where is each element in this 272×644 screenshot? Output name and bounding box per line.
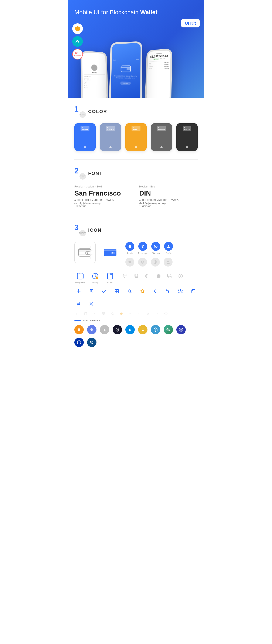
font-section-header: 2 TWO FONT: [74, 168, 198, 179]
icon-section: 3 THREE ICON: [68, 216, 204, 356]
icon-solid-wallet: [100, 242, 121, 263]
svg-rect-57: [115, 290, 117, 291]
svg-point-23: [168, 245, 169, 246]
icon-grid-inactive: [101, 311, 106, 316]
svg-rect-76: [104, 314, 105, 315]
phone-center: 9:41 ●●● Character may be rendered in th…: [109, 41, 142, 98]
svg-text:Z: Z: [142, 328, 144, 331]
crypto-icons-row: ₿ Ł D: [74, 325, 198, 347]
icon-x-inactive: ✕: [146, 311, 150, 316]
nav-icons-active-row: Assets Exchange: [126, 242, 173, 254]
svg-point-18: [112, 252, 114, 254]
color-section: 1 ONE COLOR #3574FA #8DA0C8 #F5A623 #666…: [68, 98, 204, 160]
nav-exchange-inactive: [138, 258, 147, 266]
font-san-francisco: Regular · Medium · Bold San Francisco AB…: [74, 185, 133, 208]
svg-marker-96: [77, 340, 81, 344]
icon-moon: [143, 272, 152, 280]
nav-assets: Assets: [126, 242, 134, 254]
font-section: 2 TWO FONT Regular · Medium · Bold San F…: [68, 160, 204, 216]
tool-icons-inactive: + ✓ < ↔: [74, 311, 198, 316]
section-number-3: 3 THREE: [74, 225, 85, 236]
svg-rect-60: [117, 292, 118, 293]
app-icons-row: Mangment History: [74, 272, 198, 284]
section-number-2: 2 TWO: [74, 168, 85, 179]
icon-layers: [132, 272, 141, 280]
section-number-1: 1 ONE: [74, 106, 85, 117]
nav-exchange: Exchange: [138, 242, 148, 254]
svg-point-22: [155, 246, 156, 247]
phone-right: myWallet $6,297,502.12 ▲1.24% +$32,123 B…: [145, 48, 172, 98]
svg-marker-19: [128, 245, 131, 248]
svg-point-66: [180, 290, 181, 292]
icon-plus: [74, 287, 83, 296]
phone-left: Profile Management Message Red Collect N…: [80, 51, 108, 98]
photoshop-badge: Ps: [72, 36, 83, 47]
icon-chat: [121, 272, 130, 280]
icon-info: [176, 272, 185, 280]
icon-search-inactive: [110, 311, 115, 316]
svg-marker-90: [155, 328, 156, 331]
svg-point-44: [134, 274, 138, 276]
svg-rect-5: [127, 68, 130, 70]
font-grid: Regular · Medium · Bold San Francisco AB…: [74, 185, 198, 208]
svg-text:D: D: [129, 328, 131, 331]
svg-point-20: [142, 246, 143, 247]
icon-search: [126, 287, 134, 296]
svg-marker-24: [128, 260, 131, 263]
svg-rect-41: [110, 274, 112, 274]
svg-rect-29: [77, 273, 83, 279]
icon-clipboard: [87, 287, 96, 296]
signup-btn: Sign up: [120, 82, 131, 85]
icon-order: Order: [104, 272, 116, 284]
icon-check-inactive: ✓: [92, 311, 97, 316]
icon-wireframe-wallet: [74, 242, 96, 263]
nav-icons-panel: Assets Exchange: [126, 242, 173, 266]
swatch-blue: #3574FA: [74, 123, 96, 151]
icon-share: [164, 287, 172, 296]
svg-point-25: [142, 262, 143, 262]
sketch-badge: [72, 24, 83, 34]
icon-plus-inactive: +: [74, 311, 79, 316]
svg-rect-59: [115, 292, 117, 293]
svg-marker-63: [140, 289, 144, 293]
crypto-cartesi: [176, 325, 186, 334]
blockchain-divider: BlockChain Icon: [74, 319, 198, 322]
icon-circle: [154, 272, 163, 280]
svg-point-14: [87, 252, 88, 254]
icon-star-inactive: [119, 311, 124, 316]
svg-rect-46: [168, 274, 171, 277]
swatch-gray-blue: #8DA0C8: [100, 123, 121, 151]
nav-discover: Discover: [151, 242, 160, 254]
icon-arrows-inactive: ↔: [137, 311, 142, 316]
nav-assets-inactive: [126, 258, 134, 266]
icon-showcase-row: Assets Exchange: [74, 242, 198, 266]
icon-swap: [74, 300, 83, 308]
screens-count-badge: 60+ Screens: [72, 49, 83, 60]
phone-mockups: Profile Management Message Red Collect N…: [81, 34, 204, 98]
icon-message: [165, 272, 174, 280]
crypto-litecoin: Ł: [100, 325, 109, 334]
svg-text:₿: ₿: [78, 328, 80, 331]
hero-section: Mobile UI for Blockchain Wallet UI Kit P…: [68, 0, 204, 98]
crypto-blackcoin: [112, 325, 122, 334]
icon-download: [189, 287, 198, 296]
icon-management: Mangment: [74, 272, 86, 284]
svg-point-28: [167, 260, 169, 262]
svg-text:Ł: Ł: [104, 328, 106, 331]
crypto-polymath: [87, 338, 96, 347]
icon-grid: [112, 287, 121, 296]
icon-section-header: 3 THREE ICON: [74, 225, 198, 236]
svg-rect-11: [78, 249, 91, 256]
icon-close: [87, 300, 96, 308]
icon-forward-inactive: →: [155, 311, 160, 316]
nav-profile: Profile: [164, 242, 173, 254]
nav-discover-inactive: [151, 258, 160, 266]
font-din: Medium · Bold DIN ABCDEFGHIJKLMNOPQRSTUV…: [139, 185, 198, 208]
icon-back: [151, 287, 160, 296]
svg-point-50: [180, 275, 181, 276]
nav-profile-inactive: [164, 258, 172, 266]
svg-rect-16: [104, 250, 116, 251]
icon-clipboard-inactive: [83, 311, 88, 316]
svg-line-78: [113, 314, 114, 315]
crypto-dash: D: [126, 325, 135, 334]
